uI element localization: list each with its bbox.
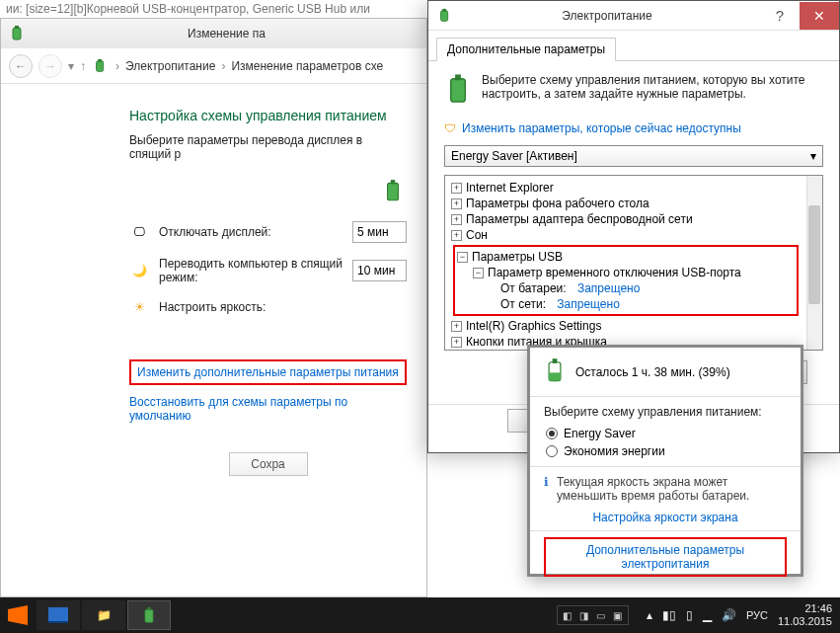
network-icon[interactable]: ▮▯	[662, 608, 676, 622]
breadcrumb[interactable]: › Электропитание › Изменение параметров …	[92, 57, 383, 75]
taskbar-item[interactable]	[37, 600, 80, 630]
save-button[interactable]: Сохра	[229, 452, 308, 476]
svg-rect-7	[442, 8, 446, 11]
language-indicator[interactable]: РУС	[746, 609, 768, 621]
display-icon: 🖵	[129, 225, 149, 239]
more-power-options-link[interactable]: Дополнительные параметры электропитания	[552, 543, 779, 571]
system-tray[interactable]: ◧◨▭▣ ▴ ▮▯ ▯ ▁ 🔊 РУС 21:46 11.03.2015	[557, 602, 840, 627]
power-icon	[9, 25, 27, 42]
nav-row: ← → ▾ ↑ › Электропитание › Изменение пар…	[1, 48, 426, 84]
svg-rect-16	[145, 609, 153, 622]
help-button[interactable]: ?	[760, 2, 800, 30]
svg-rect-8	[451, 79, 466, 102]
sleep-icon: 🌙	[129, 264, 149, 277]
scrollbar[interactable]	[806, 176, 822, 350]
svg-marker-13	[8, 605, 28, 625]
highlight-more-power-options: Дополнительные параметры электропитания	[544, 537, 787, 577]
tray-up-icon[interactable]: ▴	[647, 608, 652, 622]
power-icon	[436, 7, 454, 25]
page-subtext: Выберите параметры перевода дисплея в сп…	[129, 133, 407, 161]
breadcrumb-root[interactable]: Электропитание	[125, 59, 215, 73]
up-button[interactable]: ↑	[80, 59, 86, 73]
svg-rect-0	[13, 28, 21, 40]
tree-value-battery[interactable]: От батареи: Запрещено	[457, 280, 795, 296]
brightness-note: ℹ Текущая яркость экрана может уменьшить…	[544, 475, 787, 503]
brightness-slider[interactable]	[352, 298, 407, 316]
tree-item: +Сон	[451, 227, 820, 243]
svg-rect-5	[391, 180, 395, 184]
volume-icon[interactable]: 🔊	[722, 608, 736, 622]
toolbar-small[interactable]: ◧◨▭▣	[557, 605, 629, 625]
collapse-icon[interactable]: −	[457, 252, 468, 263]
close-button[interactable]: ✕	[800, 2, 839, 30]
taskbar-item-power-active[interactable]	[127, 600, 171, 630]
edit-plan-window: Изменение па ← → ▾ ↑ › Электропитание › …	[0, 18, 427, 597]
clock[interactable]: 21:46 11.03.2015	[778, 602, 832, 627]
svg-rect-1	[15, 26, 19, 29]
expand-icon[interactable]: +	[451, 198, 462, 209]
label: Переводить компьютер в спящий режим:	[159, 257, 343, 284]
svg-rect-4	[388, 183, 399, 199]
recent-dropdown-icon[interactable]: ▾	[68, 59, 74, 73]
scheme-select[interactable]: Energy Saver [Активен]▾	[444, 145, 823, 167]
battery-column-icon	[383, 179, 403, 205]
action-center-icon[interactable]: ▯	[686, 608, 693, 622]
tree-item: +Параметры фона рабочего стола	[451, 196, 820, 211]
highlight-advanced-link: Изменить дополнительные параметры питани…	[129, 359, 407, 385]
chevron-down-icon: ▾	[810, 149, 816, 163]
expand-icon[interactable]: +	[451, 230, 462, 241]
battery-flyout: Осталось 1 ч. 38 мин. (39%) Выберите схе…	[527, 345, 803, 577]
advanced-power-link[interactable]: Изменить дополнительные параметры питани…	[137, 365, 399, 379]
page-heading: Настройка схемы управления питанием	[129, 108, 407, 123]
row-turn-off-display: 🖵 Отключать дисплей: 5 мин	[129, 221, 407, 243]
expand-icon[interactable]: +	[451, 337, 462, 348]
tab-advanced[interactable]: Дополнительные параметры	[436, 38, 616, 61]
window-title: Изменение па	[27, 27, 426, 40]
start-button[interactable]	[0, 597, 36, 633]
svg-rect-14	[48, 607, 68, 621]
svg-rect-2	[97, 60, 104, 71]
battery-icon	[544, 357, 566, 386]
settings-tree[interactable]: +Internet Explorer +Параметры фона рабоч…	[444, 175, 823, 351]
expand-icon[interactable]: +	[451, 214, 462, 225]
tree-item: +Internet Explorer	[451, 180, 820, 196]
tabstrip: Дополнительные параметры	[428, 31, 839, 61]
svg-rect-15	[48, 621, 68, 623]
tree-item: +Параметры адаптера беспроводной сети	[451, 211, 820, 227]
battery-tray-icon[interactable]: ▁	[703, 608, 712, 622]
svg-rect-11	[549, 372, 561, 380]
plan-radio-energy-saver[interactable]: Energy Saver	[546, 427, 787, 440]
info-icon: ℹ	[544, 475, 549, 503]
tree-item: +Intel(R) Graphics Settings	[451, 318, 820, 334]
svg-rect-12	[553, 358, 558, 363]
brightness-icon: ☀	[129, 300, 149, 314]
label: Настроить яркость:	[159, 300, 343, 314]
forward-button[interactable]: →	[38, 54, 62, 78]
plan-radio-power-saver[interactable]: Экономия энергии	[546, 444, 787, 458]
row-sleep: 🌙 Переводить компьютер в спящий режим: 1…	[129, 257, 407, 284]
restore-defaults-link[interactable]: Восстановить для схемы параметры по умол…	[129, 395, 407, 423]
dialog-desc: Выберите схему управления питанием, кото…	[444, 73, 823, 108]
battery-icon	[444, 73, 472, 108]
radio-icon	[546, 445, 558, 457]
label: Отключать дисплей:	[159, 225, 343, 239]
tree-item-usb-suspend: −Параметр временного отключения USB-порт…	[457, 265, 795, 280]
window-titlebar: Изменение па	[1, 19, 426, 48]
sleep-timeout-select[interactable]: 10 мин	[352, 260, 407, 281]
radio-icon	[546, 428, 558, 439]
expand-icon[interactable]: +	[451, 321, 462, 332]
taskbar[interactable]: 📁 ◧◨▭▣ ▴ ▮▯ ▯ ▁ 🔊 РУС 21:46 11.03.2015	[0, 597, 840, 633]
back-button[interactable]: ←	[9, 54, 33, 78]
expand-icon[interactable]: +	[451, 183, 462, 194]
breadcrumb-page[interactable]: Изменение параметров схе	[231, 59, 383, 73]
tree-value-ac[interactable]: От сети: Запрещено	[457, 296, 795, 312]
dialog-title: Электропитание	[454, 9, 760, 23]
taskbar-item[interactable]: 📁	[82, 600, 125, 630]
display-timeout-select[interactable]: 5 мин	[352, 221, 407, 243]
brightness-settings-link[interactable]: Настройка яркости экрана	[592, 511, 737, 524]
change-unavailable-link[interactable]: Изменить параметры, которые сейчас недос…	[462, 121, 741, 135]
collapse-icon[interactable]: −	[473, 268, 484, 278]
svg-rect-3	[98, 58, 102, 61]
power-icon	[92, 57, 110, 75]
tree-item-usb: −Параметры USB	[457, 249, 795, 265]
